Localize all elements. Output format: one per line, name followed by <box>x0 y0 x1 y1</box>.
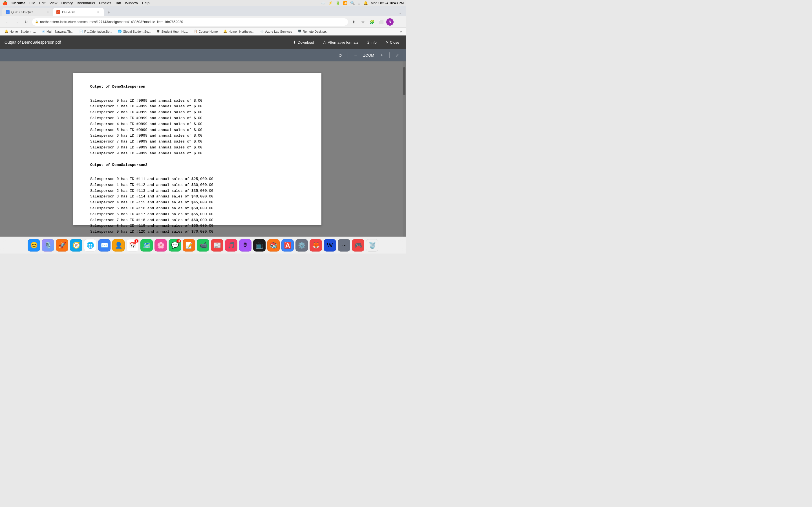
dock-item-trash[interactable]: 🗑️ <box>366 239 378 251</box>
dock-item-finder[interactable]: 😊 <box>28 239 40 251</box>
alt-formats-button[interactable]: △ Alternative formats <box>321 39 361 46</box>
bookmark-home-student[interactable]: 🔔 Home - Student -... <box>2 29 38 34</box>
zoom-out-button[interactable]: − <box>351 51 360 59</box>
profile-button[interactable]: N <box>386 18 394 25</box>
extensions-button[interactable]: 🧩 <box>368 18 375 25</box>
bookmark-label-6: Course Home <box>199 30 218 33</box>
chrome-menu[interactable]: Chrome <box>11 1 26 5</box>
dock-item-news[interactable]: 📰 <box>211 239 223 251</box>
dock-item-word[interactable]: W <box>324 239 336 251</box>
dock-item-launchpad[interactable]: 🚀 <box>56 239 68 251</box>
new-tab-button[interactable]: + <box>105 8 113 16</box>
bookmark-orientation[interactable]: 📄 F-1.Orientation.Bo... <box>77 29 114 34</box>
file-menu[interactable]: File <box>29 1 35 5</box>
tab1-close[interactable]: ✕ <box>46 10 50 14</box>
bookmark-label-1: Home - Student -... <box>10 30 36 33</box>
dock-item-app3[interactable]: 🎮 <box>352 239 364 251</box>
dock-item-books[interactable]: 📚 <box>267 239 280 251</box>
dock-item-pages[interactable]: 📝 <box>183 239 195 251</box>
dock-item-app2[interactable]: ~ <box>338 239 350 251</box>
bookmark-home-northeastern[interactable]: 🔔 Home | Northeas... <box>221 29 257 34</box>
zoom-in-button[interactable]: + <box>377 51 386 59</box>
dock-item-photos[interactable]: 🌸 <box>154 239 167 251</box>
dock-item-calendar[interactable]: 📅1 <box>126 239 139 251</box>
dock-icon-app3: 🎮 <box>354 242 362 249</box>
dock-icon-music: 🎵 <box>227 242 235 249</box>
view-menu[interactable]: View <box>49 1 57 5</box>
dock-item-appletv[interactable]: 📺 <box>253 239 266 251</box>
bookmark-student-hub[interactable]: 🎓 Student Hub - Ho... <box>154 29 190 34</box>
bookmark-remote-desktop[interactable]: 🖥️ Remote Desktop... <box>296 29 331 34</box>
scrollbar-track[interactable] <box>403 61 406 237</box>
dock-icon-maps: 🗺️ <box>143 242 151 249</box>
info-icon: ℹ <box>367 40 369 45</box>
dock-item-contacts[interactable]: 👤 <box>112 239 124 251</box>
pdf-line: Salesperson 0 has ID #111 and annual sal… <box>90 176 305 182</box>
dock-item-messages[interactable]: 💬48 <box>168 239 181 251</box>
tab-menu[interactable]: Tab <box>115 1 121 5</box>
bookmark-global-student[interactable]: 🌐 Global Student Su... <box>116 29 153 34</box>
dock-item-music[interactable]: 🎵 <box>225 239 238 251</box>
wifi-icon[interactable]: 📶 <box>343 1 347 5</box>
dock-item-maps[interactable]: 🗺️ <box>140 239 153 251</box>
dock-item-chrome[interactable]: 🌐 <box>84 239 96 251</box>
dock-item-mail[interactable]: ✉️ <box>98 239 110 251</box>
bookmark-mail[interactable]: 📧 Mail - Nawarat Th... <box>39 29 76 34</box>
forward-button[interactable]: → <box>13 18 20 25</box>
dock-icon-launchpad: 🚀 <box>58 242 66 249</box>
history-menu[interactable]: History <box>61 1 72 5</box>
tab-list-button[interactable]: ⌄ <box>397 10 404 16</box>
section1-title: Output of DemoSalesperson <box>90 84 305 90</box>
back-button[interactable]: ← <box>3 18 11 25</box>
search-icon[interactable]: 🔍 <box>350 1 355 5</box>
profiles-menu[interactable]: Profiles <box>99 1 111 5</box>
tab2-close[interactable]: ✕ <box>96 10 100 14</box>
cloud-icon[interactable]: ☁️ <box>321 1 325 5</box>
battery-icon[interactable]: 🔋 <box>336 1 340 5</box>
dock-item-siri[interactable]: 🎙️ <box>42 239 54 251</box>
reload-button[interactable]: ↻ <box>22 18 30 25</box>
dock-item-addon1[interactable]: 🦊 <box>310 239 322 251</box>
edit-menu[interactable]: Edit <box>39 1 45 5</box>
pdf-line: Salesperson 6 has ID #9999 and annual sa… <box>90 133 305 139</box>
pdf-line: Salesperson 8 has ID #9999 and annual sa… <box>90 145 305 151</box>
close-label: Close <box>390 40 399 45</box>
dock-item-safari[interactable]: 🧭 <box>70 239 82 251</box>
notification-icon[interactable]: 🔔 <box>363 1 368 5</box>
bookmarks-menu[interactable]: Bookmarks <box>77 1 95 5</box>
bluetooth-icon[interactable]: ⚡ <box>328 1 333 5</box>
address-bar: ← → ↻ 🔒 northeastern.instructure.com/cou… <box>0 16 406 27</box>
close-button[interactable]: ✕ Close <box>384 39 402 46</box>
window-menu[interactable]: Window <box>125 1 138 5</box>
apple-menu-icon[interactable]: 🍎 <box>2 1 8 6</box>
fullscreen-button[interactable]: ⤢ <box>393 51 402 59</box>
tab-ch8ex6[interactable]: C CH8-EX6 ✕ <box>53 8 104 16</box>
dock-item-systemprefs[interactable]: ⚙️ <box>296 239 308 251</box>
download-button[interactable]: ⬇ Download <box>290 39 316 46</box>
share-button[interactable]: ⬆ <box>350 18 357 25</box>
scrollbar-thumb[interactable] <box>403 67 405 95</box>
bookmark-azure[interactable]: ☁️ Azure Lab Services <box>258 29 294 34</box>
help-menu[interactable]: Help <box>142 1 150 5</box>
alt-formats-label: Alternative formats <box>328 40 358 45</box>
url-text: northeastern.instructure.com/courses/127… <box>40 20 345 24</box>
tab-quiz[interactable]: N Quiz: CH8-Quiz ✕ <box>2 8 53 16</box>
info-button[interactable]: ℹ Info <box>365 39 379 46</box>
bookmarks-more-button[interactable]: » <box>398 29 404 34</box>
dock-icon-facetime: 📹 <box>199 242 207 249</box>
url-bar[interactable]: 🔒 northeastern.instructure.com/courses/1… <box>32 18 348 25</box>
pdf-line: Salesperson 4 has ID #115 and annual sal… <box>90 200 305 206</box>
bookmark-icon-9: 🖥️ <box>298 30 302 33</box>
rotate-button[interactable]: ↺ <box>336 51 344 59</box>
datetime-display: Mon Oct 24 10:43 PM <box>371 1 404 5</box>
bookmark-button[interactable]: ☆ <box>359 18 366 25</box>
control-center-icon[interactable]: ⊞ <box>357 1 361 5</box>
split-view-button[interactable]: ⬜ <box>377 18 385 25</box>
pdf-line: Salesperson 5 has ID #116 and annual sal… <box>90 206 305 212</box>
dock-item-podcasts[interactable]: 🎙 <box>239 239 252 251</box>
more-options-button[interactable]: ⋮ <box>395 18 403 25</box>
dock-icon-trash: 🗑️ <box>368 242 376 249</box>
dock-item-facetime[interactable]: 📹 <box>197 239 209 251</box>
dock-item-appstore[interactable]: 🅰️ <box>282 239 294 251</box>
bookmark-course-home[interactable]: 📋 Course Home <box>191 29 220 34</box>
